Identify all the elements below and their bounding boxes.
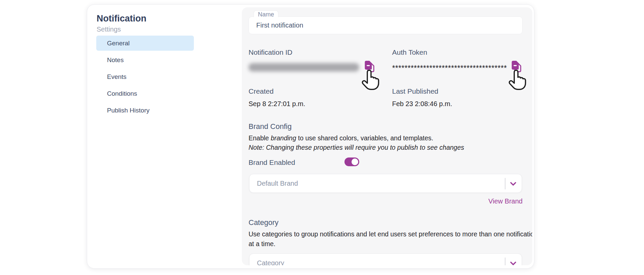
sidebar-item-label: Events xyxy=(107,73,126,80)
sidebar-title: Notification xyxy=(97,13,147,24)
select-divider xyxy=(505,258,505,265)
view-brand-link[interactable]: View Brand xyxy=(488,197,523,205)
desc-emphasis: branding xyxy=(271,134,296,142)
settings-sidebar: Notification Settings General Notes Even… xyxy=(87,5,241,268)
sidebar-item-general[interactable]: General xyxy=(96,36,194,51)
auth-token-masked-value: ************************************* xyxy=(392,64,507,73)
category-description-line1: Use categories to group notifications an… xyxy=(249,230,532,238)
notification-id-redacted-value xyxy=(249,63,359,72)
desc-text: Enable xyxy=(249,134,271,142)
brand-select[interactable]: Default Brand xyxy=(249,174,522,193)
sidebar-nav: General Notes Events Conditions Publish … xyxy=(96,36,194,120)
name-input-value: First notification xyxy=(256,17,303,34)
auth-token-label: Auth Token xyxy=(392,48,427,56)
sidebar-item-conditions[interactable]: Conditions xyxy=(96,86,194,101)
brand-select-value: Default Brand xyxy=(257,174,298,192)
name-input[interactable]: Name First notification xyxy=(249,16,523,34)
last-published-value: Feb 23 2:08:46 p.m. xyxy=(392,100,452,108)
sidebar-item-publish-history[interactable]: Publish History xyxy=(96,103,194,118)
brand-config-note: Note: Changing these properties will req… xyxy=(249,144,464,151)
created-label: Created xyxy=(249,87,274,95)
sidebar-item-label: General xyxy=(107,40,130,47)
sidebar-item-events[interactable]: Events xyxy=(96,69,194,84)
chevron-down-icon[interactable] xyxy=(509,180,517,188)
created-value: Sep 8 2:27:01 p.m. xyxy=(249,100,305,108)
category-heading: Category xyxy=(249,218,278,227)
select-divider xyxy=(505,178,505,189)
sidebar-item-label: Conditions xyxy=(107,90,137,97)
desc-text: to use shared colors, variables, and tem… xyxy=(296,134,433,142)
chevron-down-icon[interactable] xyxy=(509,260,517,265)
page-background: Notification Settings General Notes Even… xyxy=(0,0,644,275)
category-select[interactable]: Category xyxy=(249,254,522,265)
name-input-label: Name xyxy=(254,10,278,17)
brand-config-heading: Brand Config xyxy=(249,122,291,131)
brand-config-description: Enable branding to use shared colors, va… xyxy=(249,134,433,142)
sidebar-item-label: Publish History xyxy=(107,107,150,114)
sidebar-item-notes[interactable]: Notes xyxy=(96,52,194,67)
sidebar-item-label: Notes xyxy=(107,56,124,63)
last-published-label: Last Published xyxy=(392,87,438,95)
general-settings-panel: Name First notification Notification ID … xyxy=(242,7,532,265)
category-description-line2: at a time. xyxy=(249,240,275,248)
copy-auth-token-icon[interactable] xyxy=(511,60,522,73)
brand-enabled-label: Brand Enabled xyxy=(249,158,295,167)
category-select-placeholder: Category xyxy=(257,254,284,265)
brand-enabled-toggle[interactable] xyxy=(344,157,359,166)
notification-id-label: Notification ID xyxy=(249,48,292,56)
notification-settings-card: Notification Settings General Notes Even… xyxy=(87,4,534,269)
sidebar-subtitle: Settings xyxy=(97,26,121,33)
copy-notification-id-icon[interactable] xyxy=(364,60,375,73)
toggle-knob xyxy=(352,158,358,165)
